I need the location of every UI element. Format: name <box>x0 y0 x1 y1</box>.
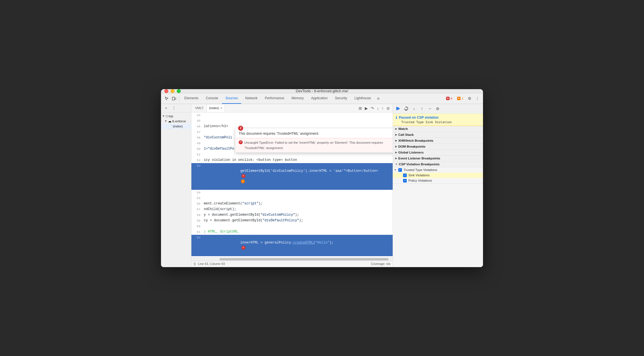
code-area[interactable]: 44 45 46 lations</h1> <box>191 112 393 261</box>
code-row-62: 62 innerHTML = generalPolicy.createHTML(… <box>191 235 393 256</box>
bottom-tab-issues[interactable]: Issues ✕ <box>180 267 197 267</box>
more-options-icon[interactable]: ⋮ <box>474 95 481 102</box>
status-coverage: Coverage: n/a <box>371 262 390 265</box>
tree-item-top[interactable]: ▼ □ top <box>161 114 191 119</box>
inspect-icon[interactable] <box>163 95 170 102</box>
source-editor-panel: VM17 (index) ✕ ⊞ ▶ ↷ ↓ ↑ ⊘ <box>191 104 393 267</box>
csp-title: Paused on CSP violation <box>399 116 439 120</box>
section-xhr[interactable]: ▶ XHR/fetch Breakpoints <box>393 138 483 144</box>
tooltip-badge: 2 <box>238 126 243 131</box>
trusted-type-label: Trusted Type Violations <box>404 168 437 172</box>
bottom-tab-console[interactable]: Console <box>162 267 179 267</box>
file-tree-collapse-icon[interactable]: » <box>163 105 169 111</box>
section-event[interactable]: ▶ Event Listener Breakpoints <box>393 156 483 161</box>
watch-arrow-icon: ▶ <box>395 127 397 130</box>
status-braces[interactable]: {} <box>194 262 196 265</box>
content-area: » ⋮ ▼ □ top ▼ ☁ tt-enforce 📄 <box>161 104 483 267</box>
error-count-badge[interactable]: ✕ 6 <box>444 96 454 101</box>
tooltip-error-row: ✕ Uncaught TypeError: Failed to set the … <box>235 138 393 152</box>
section-callstack[interactable]: ▶ Call Stack <box>393 132 483 138</box>
maximize-button[interactable] <box>177 89 181 93</box>
xhr-arrow-icon: ▶ <box>395 139 397 142</box>
svg-marker-6 <box>397 107 400 110</box>
section-global[interactable]: ▶ Global Listeners <box>393 150 483 156</box>
minimize-button[interactable] <box>171 89 175 93</box>
csp-violation-banner: ℹ Paused on CSP violation Trusted Type S… <box>393 114 483 126</box>
code-row-54: 54 <box>191 190 393 195</box>
file-tree-more-icon[interactable]: ⋮ <box>171 105 177 111</box>
device-icon[interactable] <box>171 95 177 102</box>
more-tabs-icon[interactable]: » <box>375 95 382 102</box>
tree-label-index: (index) <box>173 125 183 128</box>
main-toolbar: Elements Console Sources Network Perform… <box>161 93 483 104</box>
tab-network[interactable]: Network <box>242 93 261 104</box>
code-row-59: 59 cy = document.getElementById("divDefa… <box>191 218 393 224</box>
code-row-55: 55 <box>191 195 393 201</box>
debug-resume-btn[interactable] <box>395 105 401 112</box>
tree-arrow-ttEnforce: ▼ <box>164 120 167 123</box>
tab-sources[interactable]: Sources <box>222 93 241 104</box>
editor-step-out-icon[interactable]: ↑ <box>381 105 384 111</box>
section-dom[interactable]: ▶ DOM Breakpoints <box>393 144 483 150</box>
file-tree: ▼ □ top ▼ ☁ tt-enforce 📄 (index) <box>161 112 191 267</box>
section-event-label: Event Listener Breakpoints <box>398 157 440 160</box>
debug-stepinto-btn[interactable]: ↓ <box>411 105 417 112</box>
tab-performance[interactable]: Performance <box>261 93 288 104</box>
editor-tab-close-icon[interactable]: ✕ <box>220 107 222 110</box>
code-row-61: 61 | HTML, ScriptURL <box>191 229 393 235</box>
section-csp[interactable]: ▼ CSP Violation Breakpoints <box>393 161 483 167</box>
tab-elements[interactable]: Elements <box>181 93 202 104</box>
tree-item-index[interactable]: 📄 (index) <box>161 124 191 129</box>
code-row-57: 57 ndChild(script); <box>191 207 393 212</box>
tab-console[interactable]: Console <box>202 93 222 104</box>
section-watch[interactable]: ▶ Watch <box>393 126 483 132</box>
file-tree-panel: » ⋮ ▼ □ top ▼ ☁ tt-enforce 📄 <box>161 104 191 267</box>
tab-security[interactable]: Security <box>332 93 350 104</box>
editor-step-over-icon[interactable]: ↷ <box>370 105 375 111</box>
subsection-trusted-type[interactable]: ▼ ✓ Trusted Type Violations <box>393 167 483 173</box>
policy-checkbox[interactable]: ✓ <box>403 179 407 182</box>
horizontal-scrollbar[interactable] <box>191 257 393 261</box>
section-callstack-label: Call Stack <box>398 133 414 136</box>
tooltip-error-text: Uncaught TypeError: Failed to set the 'i… <box>244 140 393 151</box>
editor-deactivate-icon[interactable]: ⊘ <box>386 105 390 111</box>
policy-label: Policy Violations <box>408 179 432 182</box>
svg-text:✕: ✕ <box>458 97 460 100</box>
callstack-arrow-icon: ▶ <box>395 133 397 136</box>
warn-count-badge[interactable]: ✕ 2 <box>455 96 465 101</box>
traffic-lights <box>164 89 181 93</box>
debug-stepnext-btn[interactable]: → <box>427 105 433 112</box>
section-global-label: Global Listeners <box>398 151 424 154</box>
tab-memory[interactable]: Memory <box>288 93 307 104</box>
tree-arrow-top: ▼ <box>162 114 165 118</box>
tab-lighthouse[interactable]: Lighthouse <box>351 93 374 104</box>
settings-icon[interactable]: ⚙ <box>466 95 473 102</box>
editor-tab-index[interactable]: (index) ✕ <box>207 104 225 112</box>
line-warn-icon: ! <box>241 179 245 183</box>
tree-item-ttEnforce[interactable]: ▼ ☁ tt-enforce <box>161 119 191 124</box>
code-row-60: 60 <box>191 224 393 229</box>
sink-checkbox[interactable]: ✓ <box>403 174 407 177</box>
editor-play-icon[interactable]: ▶ <box>364 105 368 111</box>
debug-stepout-btn[interactable]: ↑ <box>419 105 425 112</box>
section-watch-label: Watch <box>398 127 408 130</box>
close-button[interactable] <box>164 89 168 93</box>
status-line-col: Line 53, Column 93 <box>198 262 225 265</box>
debug-stepover-btn[interactable] <box>403 105 409 112</box>
window-title: DevTools - tt-enforced.glitch.me/ <box>296 89 348 93</box>
code-row-44: 44 <box>191 112 393 118</box>
devtools-window: DevTools - tt-enforced.glitch.me/ Elemen… <box>161 89 483 267</box>
code-row-51: 51 <box>191 152 393 157</box>
tooltip-error-icon: ✕ <box>239 140 243 144</box>
trusted-type-checkbox[interactable]: ✓ <box>398 168 402 172</box>
section-item-policy[interactable]: ✓ Policy Violations <box>393 178 483 183</box>
section-xhr-label: XHR/fetch Breakpoints <box>398 139 433 142</box>
editor-preview-icon[interactable]: ⊞ <box>358 105 363 111</box>
editor-step-in-icon[interactable]: ↓ <box>376 105 379 111</box>
debug-deactivate-btn[interactable]: ⊘ <box>435 105 441 112</box>
devtools-main: Elements Console Sources Network Perform… <box>161 93 483 267</box>
section-item-sink[interactable]: ✓ Sink Violations <box>393 173 483 178</box>
csp-subtitle: Trusted Type Sink Violation <box>396 120 480 124</box>
tab-application[interactable]: Application <box>308 93 331 104</box>
editor-tab-vm17[interactable]: VM17 <box>193 104 206 112</box>
